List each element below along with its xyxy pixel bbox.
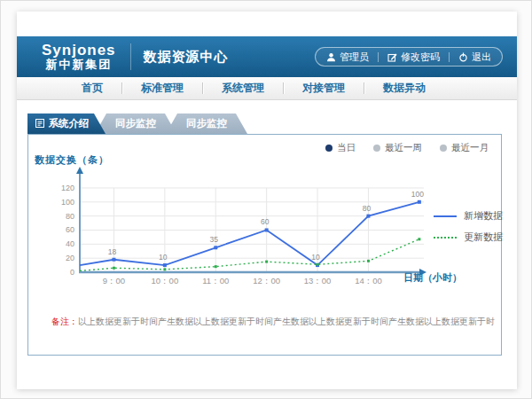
edit-icon (387, 52, 397, 62)
nav-item-1[interactable]: 标准管理 (122, 81, 202, 96)
brand-logo: Synjones 新中新集团 (17, 43, 116, 72)
svg-text:120: 120 (61, 184, 74, 192)
legend-line-icon (434, 237, 457, 239)
nav-item-4[interactable]: 数据异动 (364, 81, 444, 96)
svg-text:10：00: 10：00 (152, 276, 179, 286)
tab-active-0[interactable]: 系统介绍 (27, 113, 106, 134)
radio-label: 最近一周 (385, 142, 422, 154)
svg-text:0: 0 (70, 268, 74, 277)
change-password-button[interactable]: 修改密码 (387, 51, 440, 64)
tab-bar: 系统介绍同步监控同步监控 (27, 113, 247, 134)
footnote-prefix: 备注： (51, 317, 78, 326)
document-icon (35, 119, 44, 129)
nav-item-0[interactable]: 首页 (63, 81, 121, 96)
header-divider (130, 43, 131, 70)
chart-legend: 新增数据更新数据 (434, 209, 503, 244)
svg-text:20: 20 (66, 254, 74, 262)
tab-2[interactable]: 同步监控 (166, 113, 247, 134)
svg-text:12：00: 12：00 (253, 276, 280, 286)
svg-text:11：00: 11：00 (202, 276, 229, 286)
change-password-label: 修改密码 (401, 51, 440, 64)
app-window: Synjones 新中新集团 数据资源中心 管理员 修改密码 (0, 0, 532, 399)
user-icon (326, 52, 336, 62)
tab-1[interactable]: 同步监控 (95, 113, 176, 134)
page-title: 数据资源中心 (144, 49, 229, 66)
nav-item-2[interactable]: 系统管理 (203, 81, 283, 96)
svg-text:80: 80 (363, 204, 372, 213)
radio-label: 最近一月 (451, 142, 489, 154)
content-panel: 当日最近一周最近一月 数据交换（条） 0204060801001209：0010… (27, 134, 502, 356)
svg-text:80: 80 (66, 212, 74, 221)
user-label: 管理员 (340, 51, 369, 64)
legend-item-1: 更新数据 (434, 231, 503, 244)
page-card: Synjones 新中新集团 数据资源中心 管理员 修改密码 (17, 12, 517, 389)
brand-logo-cn: 新中新集团 (42, 59, 116, 71)
time-range-filter: 当日最近一周最近一月 (325, 142, 489, 154)
svg-text:10: 10 (159, 253, 168, 262)
main-nav: 首页标准管理系统管理对接管理数据异动 (17, 77, 517, 100)
svg-text:日期（小时）: 日期（小时） (403, 272, 462, 284)
svg-text:100: 100 (61, 198, 74, 207)
radio-option-0[interactable]: 当日 (325, 142, 356, 154)
radio-label: 当日 (337, 142, 356, 154)
svg-text:9：00: 9：00 (103, 276, 125, 286)
svg-text:100: 100 (411, 190, 424, 199)
radio-option-2[interactable]: 最近一月 (440, 142, 489, 154)
svg-text:40: 40 (66, 239, 74, 248)
nav-item-3[interactable]: 对接管理 (284, 81, 364, 96)
logout-button[interactable]: 退出 (458, 51, 491, 64)
svg-text:60: 60 (261, 217, 270, 226)
tab-label: 同步监控 (186, 117, 227, 130)
legend-line-icon (434, 215, 457, 217)
legend-label: 新增数据 (464, 209, 503, 223)
pill-separator (449, 52, 450, 62)
line-chart: 0204060801001209：0010：0011：0012：0013：001… (28, 165, 501, 300)
legend-label: 更新数据 (464, 231, 503, 244)
pill-separator (378, 52, 379, 62)
brand-logo-en: Synjones (42, 43, 116, 59)
radio-dot-icon (373, 145, 380, 152)
svg-text:35: 35 (210, 235, 219, 244)
svg-text:14：00: 14：00 (355, 276, 382, 286)
tab-label: 同步监控 (115, 117, 156, 130)
power-icon (458, 52, 468, 62)
radio-dot-icon (440, 145, 447, 152)
radio-dot-icon (325, 145, 332, 152)
footnote-text: 以上数据更新于时间产生数据以上数据更新于时间产生数据以上数据更新于时间产生数据以… (78, 317, 495, 326)
logout-label: 退出 (472, 51, 491, 64)
svg-text:10: 10 (311, 253, 320, 262)
top-header: Synjones 新中新集团 数据资源中心 管理员 修改密码 (17, 36, 517, 77)
tab-label: 系统介绍 (49, 117, 90, 130)
user-menu: 管理员 修改密码 退出 (315, 47, 503, 66)
svg-text:18: 18 (108, 247, 117, 256)
radio-option-1[interactable]: 最近一周 (373, 142, 422, 154)
legend-item-0: 新增数据 (434, 209, 503, 223)
footnote: 备注：以上数据更新于时间产生数据以上数据更新于时间产生数据以上数据更新于时间产生… (51, 316, 495, 328)
svg-text:13：00: 13：00 (304, 276, 332, 286)
svg-text:60: 60 (66, 225, 74, 234)
user-button[interactable]: 管理员 (326, 51, 369, 64)
